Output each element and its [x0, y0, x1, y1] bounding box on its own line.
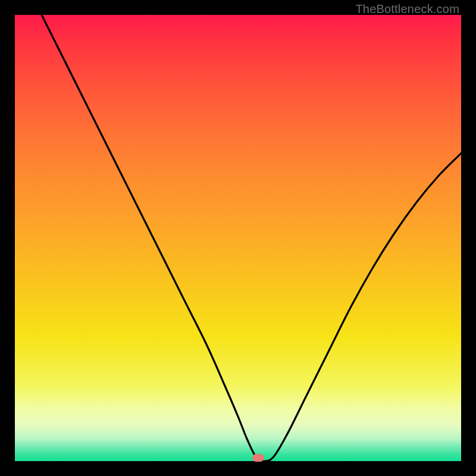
- bottleneck-curve: [15, 15, 461, 461]
- plot-area: [15, 15, 461, 461]
- optimal-marker: [252, 454, 264, 462]
- watermark-text: TheBottleneck.com: [355, 2, 459, 16]
- chart-frame: TheBottleneck.com: [0, 0, 476, 476]
